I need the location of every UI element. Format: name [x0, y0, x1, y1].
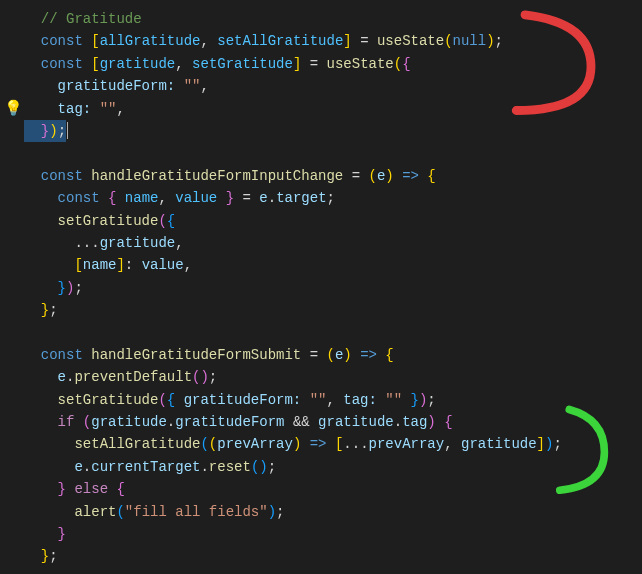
code-line: const { name, value } = e.target; — [24, 187, 642, 209]
code-line: } else { — [24, 478, 642, 500]
code-line: }; — [24, 299, 642, 321]
lightbulb-icon[interactable]: 💡 — [4, 98, 23, 122]
code-line: ...gratitude, — [24, 232, 642, 254]
cursor-icon — [67, 122, 68, 139]
code-line: const handleGratitudeFormSubmit = (e) =>… — [24, 344, 642, 366]
code-line: setGratitude({ gratitudeForm: "", tag: "… — [24, 389, 642, 411]
code-line: const [gratitude, setGratitude] = useSta… — [24, 53, 642, 75]
code-line: const handleGratitudeFormInputChange = (… — [24, 165, 642, 187]
code-line: [name]: value, — [24, 254, 642, 276]
code-line: tag: "", — [24, 98, 642, 120]
blank-line — [24, 321, 642, 343]
code-line: setGratitude({ — [24, 210, 642, 232]
code-line: // Gratitude — [24, 8, 642, 30]
code-line: if (gratitude.gratitudeForm && gratitude… — [24, 411, 642, 433]
code-line: e.currentTarget.reset(); — [24, 456, 642, 478]
code-line: }); — [24, 120, 642, 142]
blank-line — [24, 142, 642, 164]
selection: }); — [24, 120, 66, 142]
code-line: gratitudeForm: "", — [24, 75, 642, 97]
code-line: const [allGratitude, setAllGratitude] = … — [24, 30, 642, 52]
code-line: }; — [24, 545, 642, 567]
comment: // Gratitude — [41, 11, 142, 27]
code-line: setAllGratitude((prevArray) => [...prevA… — [24, 433, 642, 455]
code-editor[interactable]: // Gratitude const [allGratitude, setAll… — [0, 0, 642, 574]
code-line: } — [24, 523, 642, 545]
code-line: e.preventDefault(); — [24, 366, 642, 388]
code-line: alert("fill all fields"); — [24, 501, 642, 523]
code-line: }); — [24, 277, 642, 299]
